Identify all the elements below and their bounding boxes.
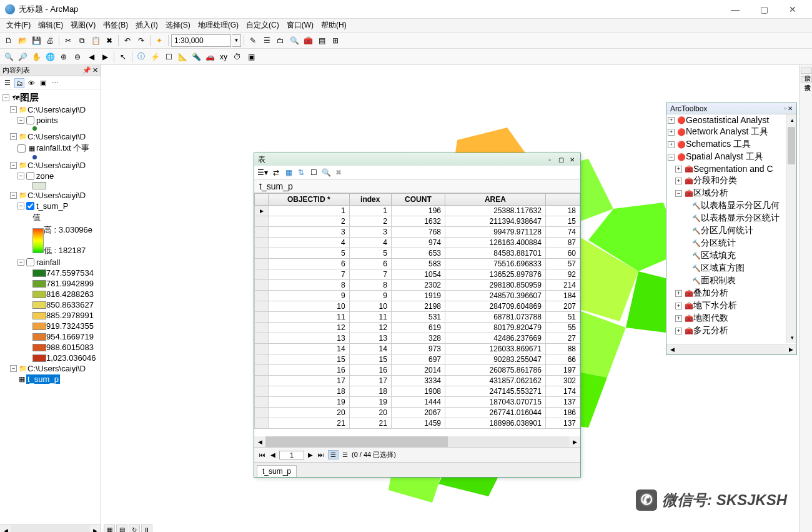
arctoolbox-hscrollbar[interactable]: ◀▶ — [666, 344, 796, 354]
table-hscrollbar[interactable]: ◀▶ — [254, 436, 580, 447]
table-maximize-icon[interactable]: ▢ — [557, 156, 565, 163]
tree-row[interactable]: −t_sum_P — [0, 201, 101, 211]
toolbox-item[interactable]: +🔴Geostatistical Analyst — [666, 114, 796, 126]
nav-next-button[interactable]: ▶ — [307, 451, 314, 458]
list-by-visibility-icon[interactable]: 👁 — [26, 78, 36, 88]
tree-row[interactable]: −zone — [0, 171, 101, 181]
toolbox-item[interactable]: +🧰地下水分析 — [666, 299, 796, 312]
row-header[interactable] — [255, 238, 269, 248]
row-header[interactable] — [255, 365, 269, 376]
table-row[interactable]: 991919248570.396607184 — [255, 291, 580, 301]
expand-icon[interactable]: + — [675, 166, 682, 173]
zoom-out-button[interactable]: 🔎 — [16, 51, 29, 63]
show-selected-button[interactable]: ☰ — [341, 451, 349, 458]
row-header[interactable] — [255, 312, 269, 323]
save-button[interactable]: 💾 — [30, 34, 42, 47]
catalog-tab[interactable]: 目录 — [801, 68, 812, 74]
expand-icon[interactable]: − — [10, 365, 17, 372]
expand-icon[interactable]: + — [675, 328, 682, 334]
goto-xy-button[interactable]: xy — [217, 51, 230, 63]
menu-item[interactable]: 窗口(W) — [283, 19, 317, 32]
clear-selection-button[interactable]: ☐ — [308, 167, 319, 178]
scale-dropdown[interactable]: ▼ — [232, 34, 241, 47]
layer-checkbox[interactable] — [17, 144, 26, 153]
row-header[interactable] — [255, 418, 269, 429]
table-row[interactable]: 17173334431857.062162302 — [255, 376, 580, 386]
table-titlebar[interactable]: 表 ▫ ▢ ✕ — [254, 153, 580, 166]
table-grid[interactable]: OBJECTID *indexCOUNTAREA▸1119625388.1176… — [254, 193, 580, 436]
toc-tree[interactable]: −🗺图层−📁C:\Users\caiyi\D−points−📁C:\Users\… — [0, 90, 101, 524]
search-button[interactable]: 🔍 — [288, 34, 300, 47]
delete-selected-button[interactable]: ✖ — [333, 167, 344, 178]
tree-row[interactable]: −rainfall — [0, 257, 101, 268]
tree-row[interactable]: ▦t_sum_p — [0, 374, 101, 384]
arctoolbox-panel[interactable]: ArcToolbox ▫✕ +🔴Geostatistical Analyst+🔴… — [666, 103, 797, 355]
table-row[interactable]: ▸1119625388.11763218 — [255, 206, 580, 216]
toolbox-item[interactable]: +🔴Network Analyst 工具 — [666, 126, 796, 138]
menu-item[interactable]: 地理处理(G) — [194, 19, 242, 32]
table-tab[interactable]: t_sum_p — [257, 465, 297, 477]
nav-last-button[interactable]: ⏭ — [317, 451, 325, 458]
row-header[interactable] — [255, 354, 269, 365]
row-header[interactable] — [255, 376, 269, 386]
arctoolbox-tree[interactable]: +🔴Geostatistical Analyst+🔴Network Analys… — [666, 114, 796, 344]
prev-extent-button[interactable]: ◀ — [85, 51, 97, 63]
expand-icon[interactable]: − — [10, 162, 17, 169]
table-row[interactable]: 151569790283.25504766 — [255, 354, 580, 365]
row-header[interactable] — [255, 301, 269, 312]
tree-row[interactable]: 781.9942899 — [0, 278, 101, 289]
table-options-button[interactable]: ☰▾ — [257, 167, 268, 178]
editor-toolbar-button[interactable]: ✎ — [247, 34, 259, 47]
toolbox-item[interactable]: +🧰分段和分类 — [666, 174, 796, 187]
row-header[interactable] — [255, 259, 269, 269]
find-route-button[interactable]: 🚗 — [204, 51, 216, 63]
table-close-icon[interactable]: ✕ — [568, 156, 577, 163]
row-header[interactable] — [255, 386, 269, 397]
time-slider-button[interactable]: ⏱ — [231, 51, 244, 63]
toolbox-item[interactable]: +🧰Segmentation and C — [666, 163, 796, 174]
menu-item[interactable]: 帮助(H) — [317, 19, 350, 32]
row-header[interactable] — [255, 216, 269, 227]
toolbox-item[interactable]: −🧰区域分析 — [666, 187, 796, 199]
row-header[interactable] — [255, 227, 269, 238]
row-header[interactable] — [255, 269, 269, 280]
table-row[interactable]: 771054136525.89787692 — [255, 269, 580, 280]
refresh-button[interactable]: ↻ — [129, 524, 140, 532]
table-restore-icon[interactable]: ▫ — [545, 156, 554, 163]
tree-row[interactable]: 747.5597534 — [0, 268, 101, 278]
tree-row[interactable]: −📁C:\Users\caiyi\D — [0, 131, 101, 142]
tree-row[interactable]: −📁C:\Users\caiyi\D — [0, 160, 101, 171]
table-row[interactable]: 44974126163.40088487 — [255, 238, 580, 248]
toolbox-item[interactable]: 🔨以表格显示分区统计 — [666, 212, 796, 224]
row-header[interactable] — [255, 248, 269, 259]
expand-icon[interactable]: − — [675, 190, 682, 197]
row-header[interactable] — [255, 323, 269, 333]
paste-button[interactable]: 📋 — [89, 34, 102, 47]
toolbox-item[interactable]: +🧰叠加分析 — [666, 287, 796, 299]
table-row[interactable]: 882302298180.850959214 — [255, 280, 580, 291]
expand-icon[interactable]: − — [10, 133, 17, 140]
open-button[interactable]: 📂 — [16, 34, 29, 47]
table-row[interactable]: 3376899479.97112874 — [255, 227, 580, 238]
toolbox-item[interactable]: 🔨区域填充 — [666, 249, 796, 262]
toolbox-button[interactable]: 🧰 — [302, 34, 314, 47]
tree-row[interactable]: −📁C:\Users\caiyi\D — [0, 190, 101, 201]
expand-icon[interactable]: − — [17, 173, 24, 179]
tree-row[interactable]: 816.4288263 — [0, 289, 101, 299]
copy-button[interactable]: ⧉ — [76, 34, 88, 47]
toc-button[interactable]: ☰ — [260, 34, 273, 47]
toolbox-item[interactable]: 🔨分区统计 — [666, 237, 796, 249]
table-row[interactable]: 16162014260875.861786197 — [255, 365, 580, 376]
row-header[interactable] — [255, 280, 269, 291]
pause-button[interactable]: ⏸ — [141, 524, 152, 532]
expand-icon[interactable]: + — [668, 141, 675, 148]
menu-item[interactable]: 视图(V) — [67, 19, 99, 32]
hyperlink-button[interactable]: ⚡ — [149, 51, 161, 63]
data-view-button[interactable]: ▦ — [104, 524, 115, 532]
table-row[interactable]: 21211459188986.038901137 — [255, 418, 580, 429]
table-row[interactable]: 19191444187043.070715137 — [255, 397, 580, 408]
options-icon[interactable]: ⋯ — [50, 78, 60, 88]
measure-button[interactable]: 📐 — [176, 51, 189, 63]
expand-icon[interactable]: + — [675, 315, 682, 322]
map-viewport[interactable]: 表 ▫ ▢ ✕ ☰▾ ⇄ ▦ ⇅ ☐ 🔍 ✖ t_sum_p OBJECTID … — [101, 65, 812, 532]
